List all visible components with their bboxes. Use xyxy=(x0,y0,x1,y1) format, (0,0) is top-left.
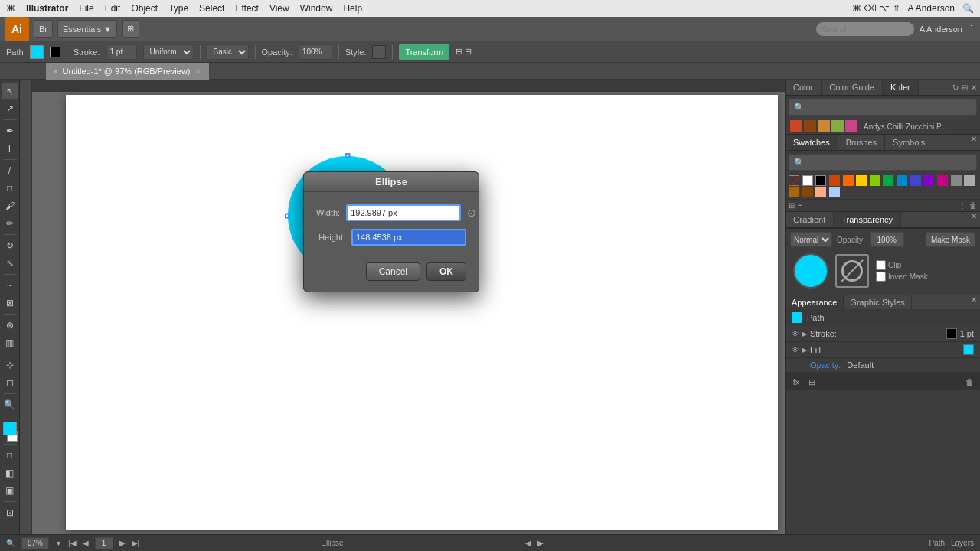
menu-object[interactable]: Object xyxy=(131,3,158,14)
appearance-close-icon[interactable]: ✕ xyxy=(968,295,980,309)
swatch-black[interactable] xyxy=(815,175,826,186)
transparency-mode-select[interactable]: Normal xyxy=(790,232,832,247)
kuler-swatch1[interactable] xyxy=(790,120,802,132)
type-tool[interactable]: T xyxy=(2,140,18,157)
swatch-white[interactable] xyxy=(802,175,813,186)
nav-prev-prev[interactable]: |◀ xyxy=(68,539,77,547)
nav-next[interactable]: ▶ xyxy=(119,539,126,547)
fill-swatch[interactable] xyxy=(30,45,44,59)
style-swatch[interactable] xyxy=(372,45,386,59)
eraser-tool[interactable]: ◻ xyxy=(2,374,18,391)
selection-tool[interactable]: ↖ xyxy=(2,83,18,99)
tab-kuler[interactable]: Kuler xyxy=(883,80,919,95)
tab-gradient[interactable]: Gradient xyxy=(786,212,834,227)
transform-button[interactable]: Transform xyxy=(399,44,449,60)
brush-select[interactable]: Basic xyxy=(207,44,249,60)
kuler-swatch5[interactable] xyxy=(845,120,858,132)
cancel-button[interactable]: Cancel xyxy=(366,262,420,281)
document-tab[interactable]: ● Untitled-1* @ 97% (RGB/Preview) ✕ xyxy=(46,63,210,80)
swatch-brown2[interactable] xyxy=(802,187,813,197)
tab-appearance[interactable]: Appearance xyxy=(786,295,844,309)
panel-refresh-icon[interactable]: ↻ xyxy=(952,83,959,92)
screen-mode-toggle[interactable]: ⊡ xyxy=(2,504,18,521)
swatch-red1[interactable] xyxy=(829,175,840,186)
clip-checkbox[interactable] xyxy=(876,260,886,270)
arrange-button[interactable]: ⊞ xyxy=(122,20,139,38)
menu-type[interactable]: Type xyxy=(168,3,188,14)
transparency-opacity-input[interactable] xyxy=(870,232,904,247)
zoom-dropdown-icon[interactable]: ▼ xyxy=(55,540,62,547)
swatch-blue2[interactable] xyxy=(910,175,921,186)
tab-graphic-styles[interactable]: Graphic Styles xyxy=(844,295,912,309)
tab-color[interactable]: Color xyxy=(786,80,822,95)
kuler-swatch2[interactable] xyxy=(804,120,816,132)
workspace-button[interactable]: Essentials ▼ xyxy=(57,20,117,38)
draw-mode-normal[interactable]: □ xyxy=(2,447,18,464)
invert-mask-checkbox[interactable] xyxy=(876,272,886,282)
opacity-field[interactable] xyxy=(299,44,332,60)
app-options-icon[interactable]: ⊞ xyxy=(805,376,818,388)
draw-mode-behind[interactable]: ◧ xyxy=(2,465,18,481)
slice-tool[interactable]: ⊹ xyxy=(2,357,18,373)
swatch-delete-icon[interactable]: 🗑 xyxy=(969,201,977,210)
zoom-field[interactable] xyxy=(21,537,49,549)
swatches-search-input[interactable] xyxy=(789,154,977,171)
clip-label[interactable]: Clip xyxy=(876,260,928,270)
width-input[interactable] xyxy=(346,204,461,221)
swatches-close-icon[interactable]: ✕ xyxy=(968,135,980,150)
stroke-swatch[interactable] xyxy=(50,47,60,57)
link-icon[interactable]: ⊙ xyxy=(467,205,476,220)
tab-color-guide[interactable]: Color Guide xyxy=(822,80,883,95)
swatch-gray2[interactable] xyxy=(964,175,975,186)
swatch-yellow1[interactable] xyxy=(856,175,867,186)
swatch-peach[interactable] xyxy=(815,187,826,197)
foreground-swatch[interactable] xyxy=(3,422,17,435)
app-add-new-effect-btn[interactable]: fx xyxy=(790,376,802,388)
swatch-blue1[interactable] xyxy=(897,175,907,186)
search-icon[interactable]: 🔍 xyxy=(962,3,974,14)
menu-view[interactable]: View xyxy=(270,3,289,14)
tab-symbols[interactable]: Symbols xyxy=(885,135,933,150)
rect-tool[interactable]: □ xyxy=(2,180,18,197)
scale-tool[interactable]: ⤡ xyxy=(2,255,18,272)
app-delete-icon[interactable]: 🗑 xyxy=(963,376,975,388)
free-transform-tool[interactable]: ⊠ xyxy=(2,295,18,311)
tab-transparency[interactable]: Transparency xyxy=(834,212,901,227)
fill-expand-icon[interactable]: ▶ xyxy=(802,347,807,354)
fill-visibility-icon[interactable]: 👁 xyxy=(792,346,799,354)
bar-graph-tool[interactable]: ▥ xyxy=(2,334,18,351)
swatch-lightblue[interactable] xyxy=(829,187,840,197)
panel-options-icon[interactable]: ⊟ xyxy=(962,83,968,92)
kuler-swatch3[interactable] xyxy=(818,120,830,132)
swatch-new-icon[interactable]: ⊞ xyxy=(789,201,795,210)
menu-select[interactable]: Select xyxy=(199,3,224,14)
fill-color-swatch[interactable] xyxy=(963,344,974,355)
swatch-none[interactable] xyxy=(789,175,799,186)
swatch-gray1[interactable] xyxy=(951,175,962,186)
nav-prev[interactable]: ◀ xyxy=(83,539,89,547)
pen-tool[interactable]: ✒ xyxy=(2,122,18,139)
stroke-color-swatch[interactable] xyxy=(946,328,957,339)
layers-tab[interactable]: Layers xyxy=(951,539,974,547)
canvas-area[interactable]: Ellipse Width: ⊙ Height: Cancel OK xyxy=(20,80,785,551)
settings-icon[interactable]: ⋮ xyxy=(967,24,975,34)
rotate-tool[interactable]: ↻ xyxy=(2,237,18,254)
swatch-menu-icon[interactable]: ≡ xyxy=(798,201,802,210)
symbol-tool[interactable]: ⊛ xyxy=(2,317,18,334)
menu-effect[interactable]: Effect xyxy=(235,3,258,14)
menu-window[interactable]: Window xyxy=(300,3,333,14)
tab-brushes[interactable]: Brushes xyxy=(838,135,885,150)
tab-swatches[interactable]: Swatches xyxy=(786,135,838,150)
gradient-close-icon[interactable]: ✕ xyxy=(968,212,980,227)
swatch-brown1[interactable] xyxy=(789,187,799,197)
bridge-button[interactable]: Br xyxy=(34,20,53,38)
kuler-swatch4[interactable] xyxy=(831,120,844,132)
menu-help[interactable]: Help xyxy=(343,3,362,14)
invert-label[interactable]: Invert Mask xyxy=(876,272,928,282)
warp-tool[interactable]: ~ xyxy=(2,277,18,294)
page-field[interactable] xyxy=(95,537,113,549)
handle-top[interactable] xyxy=(345,153,350,158)
handle-left[interactable] xyxy=(285,213,290,218)
menu-edit[interactable]: Edit xyxy=(105,3,121,14)
swatch-pink1[interactable] xyxy=(937,175,948,186)
